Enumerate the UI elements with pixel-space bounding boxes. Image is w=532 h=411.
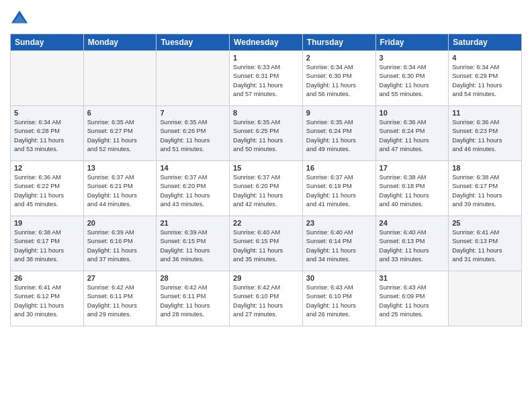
day-info: Sunrise: 6:34 AMSunset: 6:30 PMDaylight:… <box>380 63 445 99</box>
calendar-cell: 9Sunrise: 6:35 AMSunset: 6:24 PMDaylight… <box>302 106 375 161</box>
day-number: 2 <box>306 54 372 62</box>
day-info: Sunrise: 6:42 AMSunset: 6:11 PMDaylight:… <box>87 283 153 319</box>
day-info: Sunrise: 6:42 AMSunset: 6:10 PMDaylight:… <box>233 283 299 319</box>
day-info: Sunrise: 6:33 AMSunset: 6:31 PMDaylight:… <box>233 63 299 99</box>
day-number: 8 <box>233 109 299 117</box>
day-info: Sunrise: 6:40 AMSunset: 6:14 PMDaylight:… <box>306 228 372 264</box>
day-number: 29 <box>233 274 299 282</box>
day-info: Sunrise: 6:37 AMSunset: 6:20 PMDaylight:… <box>233 173 299 209</box>
calendar-cell: 11Sunrise: 6:36 AMSunset: 6:23 PMDayligh… <box>449 106 522 161</box>
calendar-cell: 15Sunrise: 6:37 AMSunset: 6:20 PMDayligh… <box>230 161 303 216</box>
day-info: Sunrise: 6:37 AMSunset: 6:19 PMDaylight:… <box>306 173 372 209</box>
day-number: 7 <box>160 109 226 117</box>
week-row-5: 26Sunrise: 6:41 AMSunset: 6:12 PMDayligh… <box>11 271 522 326</box>
calendar-cell: 26Sunrise: 6:41 AMSunset: 6:12 PMDayligh… <box>11 271 84 326</box>
day-info: Sunrise: 6:36 AMSunset: 6:22 PMDaylight:… <box>14 173 80 209</box>
day-info: Sunrise: 6:37 AMSunset: 6:21 PMDaylight:… <box>87 173 153 209</box>
day-info: Sunrise: 6:41 AMSunset: 6:13 PMDaylight:… <box>452 228 518 264</box>
calendar-header-sunday: Sunday <box>11 34 84 51</box>
day-number: 31 <box>380 274 445 282</box>
day-number: 26 <box>14 274 80 282</box>
day-info: Sunrise: 6:34 AMSunset: 6:30 PMDaylight:… <box>306 63 372 99</box>
calendar-cell: 25Sunrise: 6:41 AMSunset: 6:13 PMDayligh… <box>449 216 522 271</box>
calendar-cell <box>157 51 230 106</box>
day-info: Sunrise: 6:35 AMSunset: 6:24 PMDaylight:… <box>306 118 372 154</box>
day-info: Sunrise: 6:36 AMSunset: 6:23 PMDaylight:… <box>452 118 518 154</box>
day-info: Sunrise: 6:35 AMSunset: 6:25 PMDaylight:… <box>233 118 299 154</box>
day-number: 21 <box>160 219 226 227</box>
day-number: 11 <box>452 109 518 117</box>
day-info: Sunrise: 6:39 AMSunset: 6:16 PMDaylight:… <box>87 228 153 264</box>
calendar-header-monday: Monday <box>83 34 157 51</box>
calendar-cell: 16Sunrise: 6:37 AMSunset: 6:19 PMDayligh… <box>302 161 375 216</box>
day-number: 15 <box>233 164 299 172</box>
calendar-cell: 22Sunrise: 6:40 AMSunset: 6:15 PMDayligh… <box>230 216 303 271</box>
day-info: Sunrise: 6:42 AMSunset: 6:11 PMDaylight:… <box>160 283 226 319</box>
day-number: 6 <box>87 109 153 117</box>
day-info: Sunrise: 6:40 AMSunset: 6:15 PMDaylight:… <box>233 228 299 264</box>
day-info: Sunrise: 6:34 AMSunset: 6:29 PMDaylight:… <box>452 63 518 99</box>
day-number: 10 <box>380 109 445 117</box>
calendar-cell <box>83 51 157 106</box>
day-info: Sunrise: 6:39 AMSunset: 6:15 PMDaylight:… <box>160 228 226 264</box>
day-number: 5 <box>14 109 80 117</box>
day-number: 16 <box>306 164 372 172</box>
calendar-cell: 7Sunrise: 6:35 AMSunset: 6:26 PMDaylight… <box>157 106 230 161</box>
calendar-cell: 14Sunrise: 6:37 AMSunset: 6:20 PMDayligh… <box>157 161 230 216</box>
calendar-cell: 19Sunrise: 6:38 AMSunset: 6:17 PMDayligh… <box>11 216 84 271</box>
day-number: 19 <box>14 219 80 227</box>
day-info: Sunrise: 6:40 AMSunset: 6:13 PMDaylight:… <box>380 228 445 264</box>
calendar-cell: 12Sunrise: 6:36 AMSunset: 6:22 PMDayligh… <box>11 161 84 216</box>
day-info: Sunrise: 6:41 AMSunset: 6:12 PMDaylight:… <box>14 283 80 319</box>
calendar-cell: 8Sunrise: 6:35 AMSunset: 6:25 PMDaylight… <box>230 106 303 161</box>
calendar-cell: 28Sunrise: 6:42 AMSunset: 6:11 PMDayligh… <box>157 271 230 326</box>
week-row-2: 5Sunrise: 6:34 AMSunset: 6:28 PMDaylight… <box>11 106 522 161</box>
day-info: Sunrise: 6:38 AMSunset: 6:17 PMDaylight:… <box>14 228 80 264</box>
day-number: 28 <box>160 274 226 282</box>
day-number: 30 <box>306 274 372 282</box>
calendar-cell: 1Sunrise: 6:33 AMSunset: 6:31 PMDaylight… <box>230 51 303 106</box>
calendar-header-thursday: Thursday <box>302 34 375 51</box>
day-info: Sunrise: 6:35 AMSunset: 6:27 PMDaylight:… <box>87 118 153 154</box>
day-info: Sunrise: 6:37 AMSunset: 6:20 PMDaylight:… <box>160 173 226 209</box>
calendar-header-friday: Friday <box>375 34 449 51</box>
day-number: 9 <box>306 109 372 117</box>
day-info: Sunrise: 6:38 AMSunset: 6:17 PMDaylight:… <box>452 173 518 209</box>
week-row-3: 12Sunrise: 6:36 AMSunset: 6:22 PMDayligh… <box>11 161 522 216</box>
calendar-cell: 27Sunrise: 6:42 AMSunset: 6:11 PMDayligh… <box>83 271 157 326</box>
calendar-cell: 30Sunrise: 6:43 AMSunset: 6:10 PMDayligh… <box>302 271 375 326</box>
day-number: 25 <box>452 219 518 227</box>
calendar-header-saturday: Saturday <box>449 34 522 51</box>
calendar: SundayMondayTuesdayWednesdayThursdayFrid… <box>10 34 522 326</box>
day-number: 22 <box>233 219 299 227</box>
calendar-cell: 2Sunrise: 6:34 AMSunset: 6:30 PMDaylight… <box>302 51 375 106</box>
day-info: Sunrise: 6:35 AMSunset: 6:26 PMDaylight:… <box>160 118 226 154</box>
calendar-cell: 6Sunrise: 6:35 AMSunset: 6:27 PMDaylight… <box>83 106 157 161</box>
calendar-cell: 29Sunrise: 6:42 AMSunset: 6:10 PMDayligh… <box>230 271 303 326</box>
day-number: 17 <box>380 164 445 172</box>
day-number: 12 <box>14 164 80 172</box>
calendar-cell: 20Sunrise: 6:39 AMSunset: 6:16 PMDayligh… <box>83 216 157 271</box>
calendar-cell: 5Sunrise: 6:34 AMSunset: 6:28 PMDaylight… <box>11 106 84 161</box>
logo <box>10 9 32 28</box>
header <box>10 7 522 28</box>
day-info: Sunrise: 6:36 AMSunset: 6:24 PMDaylight:… <box>380 118 445 154</box>
day-info: Sunrise: 6:34 AMSunset: 6:28 PMDaylight:… <box>14 118 80 154</box>
calendar-header-wednesday: Wednesday <box>230 34 303 51</box>
day-number: 20 <box>87 219 153 227</box>
calendar-cell: 4Sunrise: 6:34 AMSunset: 6:29 PMDaylight… <box>449 51 522 106</box>
calendar-header-tuesday: Tuesday <box>157 34 230 51</box>
page: SundayMondayTuesdayWednesdayThursdayFrid… <box>0 0 532 411</box>
day-number: 13 <box>87 164 153 172</box>
calendar-cell: 18Sunrise: 6:38 AMSunset: 6:17 PMDayligh… <box>449 161 522 216</box>
calendar-cell: 21Sunrise: 6:39 AMSunset: 6:15 PMDayligh… <box>157 216 230 271</box>
day-number: 18 <box>452 164 518 172</box>
calendar-cell <box>449 271 522 326</box>
logo-icon <box>10 9 29 28</box>
day-number: 1 <box>233 54 299 62</box>
calendar-cell: 13Sunrise: 6:37 AMSunset: 6:21 PMDayligh… <box>83 161 157 216</box>
calendar-cell: 31Sunrise: 6:43 AMSunset: 6:09 PMDayligh… <box>375 271 449 326</box>
day-number: 4 <box>452 54 518 62</box>
day-info: Sunrise: 6:43 AMSunset: 6:10 PMDaylight:… <box>306 283 372 319</box>
calendar-cell: 10Sunrise: 6:36 AMSunset: 6:24 PMDayligh… <box>375 106 449 161</box>
